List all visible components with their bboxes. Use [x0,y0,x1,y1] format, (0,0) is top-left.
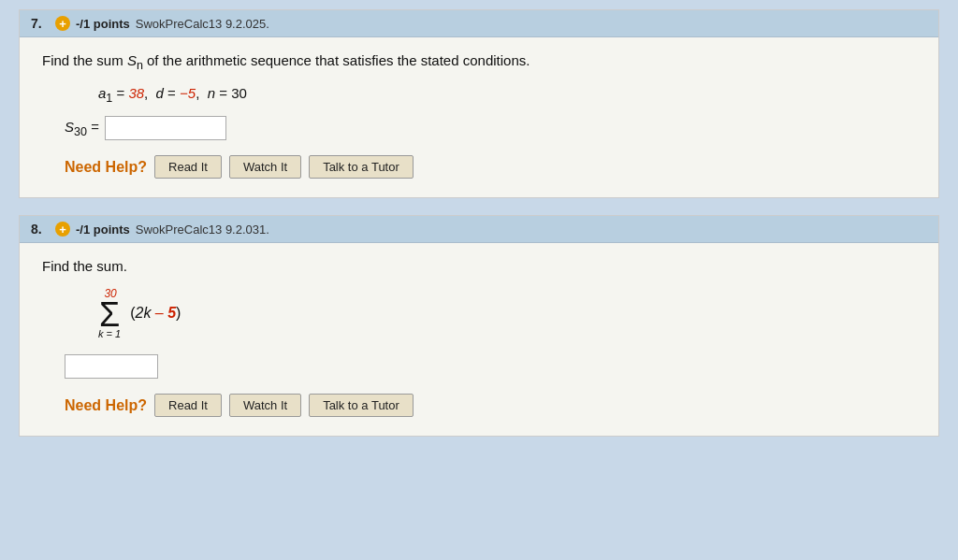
answer-input-q7[interactable] [105,116,226,140]
math-params-q7: a1 = 38, d = −5, n = 30 [98,85,916,105]
plus-icon-q8: + [55,222,70,237]
sigma-symbol: Σ [99,298,120,332]
expr-minus: – [151,305,167,321]
answer-row-q7: S30 = [65,116,916,140]
problem-id-q8: SwokPreCalc13 9.2.031. [136,223,269,237]
answer-input-q8[interactable] [65,354,158,379]
question-7-header: 7. + -/1 points SwokPreCalc13 9.2.025. [20,10,938,37]
help-row-q8: Need Help? Read It Watch It Talk to a Tu… [65,394,916,417]
question-8-text: Find the sum. [42,258,916,274]
summation-block-q8: 30 Σ k = 1 (2k – 5) [98,287,916,339]
answer-label-q7: S30 = [65,119,99,138]
expr-2k: 2k [135,305,151,321]
need-help-label-q8: Need Help? [65,397,147,414]
talk-to-tutor-button-q8[interactable]: Talk to a Tutor [309,394,414,417]
sigma-expression: (2k – 5) [130,305,181,322]
expr-five: 5 [167,305,176,321]
need-help-label-q7: Need Help? [65,159,147,176]
points-label-q8: -/1 points [76,223,130,237]
sigma-wrapper: 30 Σ k = 1 [98,287,121,339]
question-7-body: Find the sum Sn of the arithmetic sequen… [20,37,938,197]
watch-it-button-q8[interactable]: Watch It [229,394,301,417]
read-it-button-q8[interactable]: Read It [154,394,222,417]
read-it-button-q7[interactable]: Read It [154,155,222,179]
talk-to-tutor-button-q7[interactable]: Talk to a Tutor [309,155,414,179]
question-7-number: 7. [31,16,50,31]
question-8-body: Find the sum. 30 Σ k = 1 (2k – 5) Need H… [20,243,938,436]
question-8-number: 8. [31,222,50,237]
question-7-text: Find the sum Sn of the arithmetic sequen… [42,52,916,72]
problem-id-q7: SwokPreCalc13 9.2.025. [136,17,269,31]
plus-icon-q7: + [55,16,70,31]
question-8-header: 8. + -/1 points SwokPreCalc13 9.2.031. [20,216,938,243]
page-wrapper: 7. + -/1 points SwokPreCalc13 9.2.025. F… [0,0,958,444]
sigma-container: 30 Σ k = 1 (2k – 5) [98,287,181,339]
sigma-lower: k = 1 [98,328,121,339]
points-label-q7: -/1 points [76,17,130,31]
question-8-block: 8. + -/1 points SwokPreCalc13 9.2.031. F… [19,215,939,437]
help-row-q7: Need Help? Read It Watch It Talk to a Tu… [65,155,916,179]
watch-it-button-q7[interactable]: Watch It [229,155,301,179]
expr-close-paren: ) [176,305,181,321]
question-7-block: 7. + -/1 points SwokPreCalc13 9.2.025. F… [19,9,939,198]
